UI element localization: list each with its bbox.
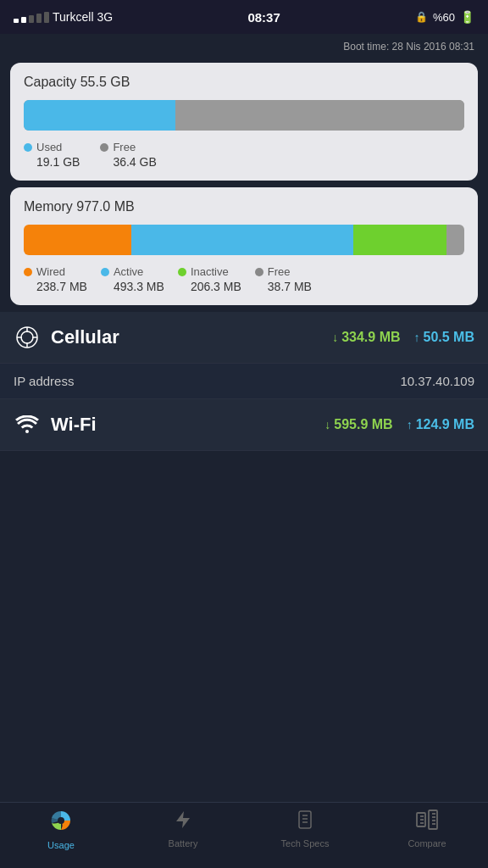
wired-label: Wired: [36, 265, 65, 278]
dot1: [14, 19, 19, 23]
status-left: Turkcell 3G: [14, 10, 113, 24]
dot5: [44, 12, 49, 23]
storage-legend: Used 19.1 GB Free 36.4 GB: [24, 141, 464, 169]
cellular-name: Cellular: [51, 326, 332, 348]
down-arrow-icon: ↓: [332, 331, 338, 344]
compare-icon: [416, 810, 438, 835]
storage-used-bar: [24, 100, 175, 131]
cellular-up-value: 50.5 MB: [424, 330, 474, 345]
usage-tab-label: Usage: [47, 840, 75, 850]
status-bar: Turkcell 3G 08:37 🔒 %60 🔋: [0, 0, 488, 34]
free-dot: [100, 143, 108, 152]
svg-point-1: [21, 331, 33, 343]
tab-bar: Usage Battery Tech Specs: [0, 802, 488, 868]
boot-time: Boot time: 28 Nis 2016 08:31: [0, 34, 488, 56]
memory-legend: Wired 238.7 MB Active 493.3 MB Inactive …: [24, 265, 464, 293]
svg-marker-7: [176, 811, 190, 828]
mem-inactive-bar: [353, 225, 446, 255]
free-value: 36.4 GB: [100, 155, 156, 169]
storage-used-legend: Used 19.1 GB: [24, 141, 80, 169]
memory-bar: [24, 225, 464, 255]
battery-label: %60: [433, 11, 455, 24]
storage-free-bar: [175, 100, 464, 131]
used-value: 19.1 GB: [24, 155, 80, 169]
mem-free-label: Free: [268, 265, 291, 278]
battery-tab-icon: [173, 810, 193, 835]
inactive-label: Inactive: [191, 265, 229, 278]
status-time: 08:37: [247, 10, 280, 25]
techspecs-tab-label: Tech Specs: [281, 838, 330, 849]
inactive-legend: Inactive 206.3 MB: [178, 265, 241, 293]
mem-free-value: 38.7 MB: [255, 280, 312, 293]
storage-title: Capacity 55.5 GB: [24, 75, 464, 90]
battery-tab-label: Battery: [169, 838, 198, 849]
tab-usage[interactable]: Usage: [0, 810, 122, 850]
wifi-up-value: 124.9 MB: [416, 417, 474, 432]
signal-dots: [14, 12, 49, 23]
active-value: 493.3 MB: [101, 280, 164, 293]
active-legend: Active 493.3 MB: [101, 265, 164, 293]
mem-wired-bar: [24, 225, 131, 255]
mem-free-dot: [255, 268, 263, 276]
cellular-down-value: 334.9 MB: [341, 330, 400, 345]
status-right: 🔒 %60 🔋: [415, 10, 474, 24]
tab-techspecs[interactable]: Tech Specs: [244, 810, 366, 849]
carrier-label: Turkcell: [53, 10, 94, 24]
wifi-icon: [14, 411, 41, 438]
wifi-row: Wi-Fi ↓ 595.9 MB ↑ 124.9 MB: [0, 399, 488, 451]
svg-point-6: [58, 817, 64, 824]
dot3: [29, 15, 34, 23]
storage-bar: [24, 100, 464, 131]
active-label: Active: [114, 265, 143, 278]
cellular-icon: [14, 324, 41, 351]
wifi-up-arrow: ↑: [407, 418, 413, 431]
lock-icon: 🔒: [415, 11, 428, 23]
wired-value: 238.7 MB: [24, 280, 87, 293]
wifi-stats: ↓ 595.9 MB ↑ 124.9 MB: [324, 417, 474, 432]
memory-title: Memory 977.0 MB: [24, 199, 464, 214]
inactive-dot: [178, 268, 186, 276]
compare-tab-label: Compare: [408, 838, 446, 849]
wifi-name: Wi-Fi: [51, 414, 324, 436]
svg-rect-8: [299, 811, 311, 828]
used-label: Used: [36, 141, 62, 153]
wired-dot: [24, 268, 32, 276]
active-dot: [101, 268, 109, 276]
cellular-row: Cellular ↓ 334.9 MB ↑ 50.5 MB: [0, 312, 488, 364]
techspecs-icon: [295, 810, 315, 835]
dot2: [21, 17, 26, 23]
wifi-down-value: 595.9 MB: [334, 417, 392, 432]
inactive-value: 206.3 MB: [178, 280, 241, 293]
usage-icon: [50, 810, 72, 837]
tab-compare[interactable]: Compare: [366, 810, 488, 849]
network-section: Cellular ↓ 334.9 MB ↑ 50.5 MB IP address…: [0, 312, 488, 451]
cellular-stats: ↓ 334.9 MB ↑ 50.5 MB: [332, 330, 474, 345]
wired-legend: Wired 238.7 MB: [24, 265, 87, 293]
free-label: Free: [113, 141, 136, 153]
wifi-down-arrow: ↓: [324, 418, 330, 431]
network-type: 3G: [97, 10, 114, 24]
dot4: [36, 14, 42, 23]
mem-free-legend: Free 38.7 MB: [255, 265, 312, 293]
storage-free-legend: Free 36.4 GB: [100, 141, 156, 169]
ip-row: IP address 10.37.40.109: [0, 364, 488, 399]
wifi-down: ↓ 595.9 MB: [324, 417, 392, 432]
mem-free-bar: [446, 225, 464, 255]
battery-icon: 🔋: [460, 10, 474, 24]
tab-battery[interactable]: Battery: [122, 810, 244, 849]
ip-value: 10.37.40.109: [400, 374, 474, 388]
cellular-down: ↓ 334.9 MB: [332, 330, 400, 345]
wifi-up: ↑ 124.9 MB: [407, 417, 474, 432]
ip-label: IP address: [14, 374, 74, 388]
used-dot: [24, 143, 32, 152]
up-arrow-icon: ↑: [414, 331, 420, 344]
memory-card: Memory 977.0 MB Wired 238.7 MB Active 49…: [10, 187, 478, 305]
mem-active-bar: [131, 225, 354, 255]
storage-card: Capacity 55.5 GB Used 19.1 GB Free 36.4 …: [10, 63, 478, 181]
cellular-up: ↑ 50.5 MB: [414, 330, 474, 345]
